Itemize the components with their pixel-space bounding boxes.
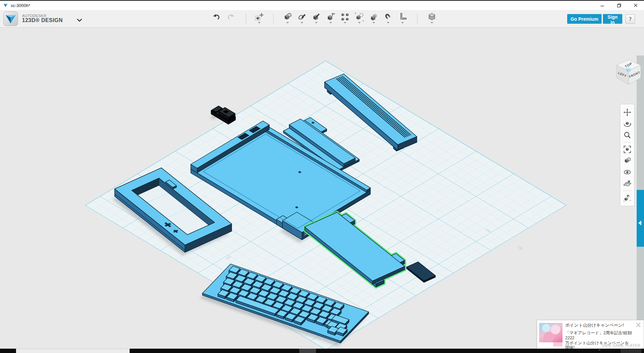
ad-popup[interactable]: ポイント山分けキャンペーン! 「マギアレコード」2周年記念!総額2222 万ポイ…	[537, 320, 644, 349]
primitives-icon	[283, 12, 292, 22]
sketch-icon	[297, 12, 307, 22]
undo-icon	[212, 12, 221, 22]
go-premium-button[interactable]: Go Premium	[567, 14, 602, 24]
ad-thumbnail[interactable]	[539, 323, 562, 346]
tool-modify[interactable]	[325, 12, 336, 26]
pan-tool[interactable]	[623, 108, 631, 116]
app-logo-icon	[3, 11, 18, 26]
help-button[interactable]: ?	[626, 14, 635, 24]
ad-close-button[interactable]	[635, 322, 642, 328]
zoom-tool[interactable]	[623, 131, 631, 139]
taskbar-window-segment[interactable]	[16, 349, 130, 353]
pan-icon	[623, 108, 631, 116]
grid-visibility-tool[interactable]	[623, 180, 631, 188]
snap-settings-icon	[623, 194, 631, 202]
modify-icon	[326, 12, 335, 22]
dropdown-caret-icon	[387, 22, 389, 23]
dropdown-caret-icon	[344, 22, 346, 23]
ad-body-line1: 「マギアレコード」2周年記念!総額2222	[565, 331, 632, 341]
taskbar-clock-fragment: ''	[599, 350, 600, 352]
ad-close-icon	[635, 322, 642, 328]
tool-export-layers[interactable]	[426, 12, 438, 26]
dropdown-caret-icon	[372, 22, 375, 23]
undo-button[interactable]	[211, 12, 222, 26]
tool-construct[interactable]	[311, 12, 322, 26]
window-titlebar: sc-3000h*	[0, 0, 644, 10]
redo-icon	[226, 12, 235, 22]
part-power-block[interactable]	[211, 106, 235, 124]
app-brand: AUTODESK® 123D® DESIGN	[3, 11, 82, 26]
tool-combine[interactable]	[368, 12, 379, 26]
dropdown-caret-icon	[401, 22, 404, 23]
orbit-tool[interactable]	[623, 120, 631, 128]
tool-grouping[interactable]	[354, 12, 365, 26]
close-icon	[634, 3, 638, 7]
fit-view-icon	[623, 145, 631, 153]
taskbar-tray-segment	[621, 349, 641, 353]
collapsed-panel-tab[interactable]	[637, 190, 644, 247]
dropdown-caret-icon	[258, 22, 261, 23]
redo-button[interactable]	[225, 12, 236, 26]
main-toolbar: AUTODESK® 123D® DESIGN	[0, 10, 644, 28]
tool-measure[interactable]	[397, 12, 408, 26]
material-tool[interactable]	[623, 157, 631, 165]
orbit-icon	[623, 120, 631, 128]
tool-pattern[interactable]	[339, 12, 351, 26]
dropdown-caret-icon	[329, 22, 332, 23]
navigation-toolbar	[620, 104, 635, 206]
nav-separator	[623, 191, 632, 191]
tool-sketch[interactable]	[296, 12, 308, 26]
grouping-icon	[355, 12, 364, 22]
combine-icon	[369, 12, 378, 22]
toolbar-separator	[246, 13, 246, 24]
dropdown-caret-icon	[431, 22, 433, 23]
taskbar-segment	[299, 349, 316, 353]
restore-icon	[617, 3, 621, 8]
taskbar[interactable]: ''	[0, 349, 644, 353]
app-menu-chevron-icon[interactable]	[77, 19, 82, 22]
window-title: sc-3000h*	[11, 3, 30, 8]
dropdown-caret-icon	[301, 22, 303, 23]
eye-icon	[623, 168, 631, 176]
viewcube[interactable]: TOP LEFT FRONT	[613, 57, 644, 88]
sign-in-button[interactable]: Sign In	[603, 14, 622, 24]
ad-title: ポイント山分けキャンペーン!	[565, 322, 632, 328]
app-logo-small-icon	[3, 3, 8, 8]
measure-ruler-icon	[398, 12, 407, 22]
snap-settings-tool[interactable]	[623, 194, 631, 202]
snap-magnet-icon	[383, 12, 393, 22]
toolbar-separator	[417, 13, 418, 24]
restore-button[interactable]	[611, 1, 627, 10]
export-layers-icon	[427, 12, 437, 22]
tool-snap[interactable]	[382, 12, 394, 26]
grid-eye-icon	[623, 180, 631, 188]
material-icon	[623, 157, 631, 165]
svg-text:130: 130	[517, 245, 523, 251]
close-button[interactable]	[627, 1, 644, 10]
fit-view-tool[interactable]	[623, 145, 631, 153]
nav-separator	[623, 142, 632, 142]
toolbar-separator	[273, 13, 274, 24]
construct-icon	[312, 12, 321, 22]
transform-move-icon	[255, 12, 264, 22]
minimize-icon	[600, 3, 604, 7]
hide-show-tool[interactable]	[623, 168, 631, 176]
minimize-button[interactable]	[594, 1, 611, 10]
dropdown-caret-icon	[358, 22, 361, 23]
dropdown-caret-icon	[286, 22, 289, 23]
tool-transform-move[interactable]	[254, 12, 265, 26]
brand-product: 123D® DESIGN	[22, 18, 63, 23]
pattern-icon	[340, 12, 350, 22]
zoom-icon	[623, 131, 631, 139]
tool-primitives[interactable]	[282, 12, 293, 26]
modeling-canvas[interactable]: 1501055025100130 TOP LEFT FRONT	[0, 28, 644, 349]
canvas-viewport[interactable]: 1501055025100130	[0, 28, 644, 349]
dropdown-caret-icon	[315, 22, 318, 23]
ad-source: DMM GAME PLAYER	[602, 343, 640, 347]
